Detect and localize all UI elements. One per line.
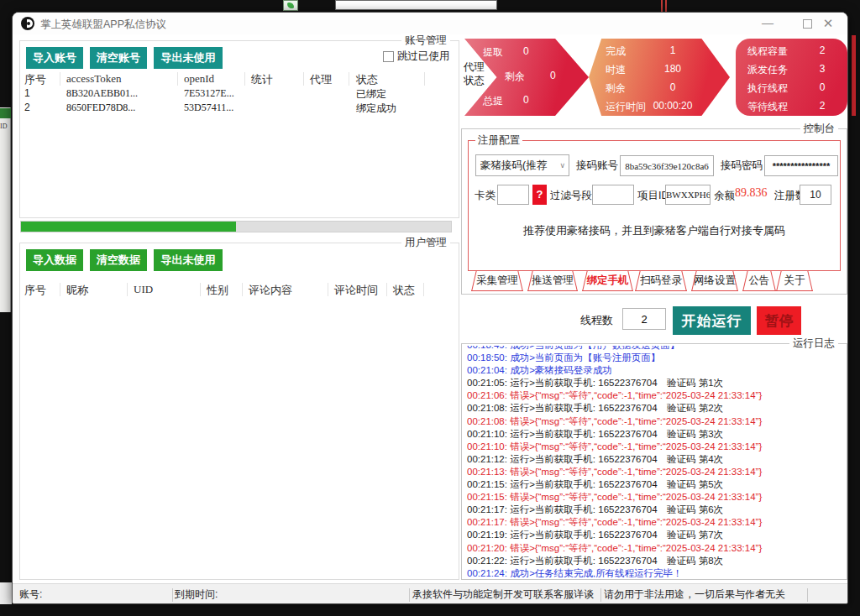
project-id-input[interactable] [665, 185, 711, 205]
user-button-0[interactable]: 导入数据 [26, 249, 83, 271]
maximize-button[interactable] [803, 19, 812, 29]
tab-edge [776, 271, 781, 290]
acc-table-header-1: accessToken [66, 72, 122, 86]
tab-label: 扫码登录 [640, 274, 682, 286]
user-button-2[interactable]: 导出未使用 [154, 249, 223, 271]
tab-公告[interactable]: 公告 [742, 271, 776, 291]
checkbox-box-icon[interactable] [383, 51, 394, 62]
log-line: 00:21:13: 错误>{“msg”:“等待”,“code”:-1,“time… [467, 466, 843, 478]
progress-bar [20, 221, 452, 232]
sms-password-label: 接码密码 [721, 159, 763, 173]
user-panel-label: 用户管理 [401, 236, 450, 249]
stat-value: 3 [811, 63, 833, 75]
log-line: 00:21:04: 成功>豪猪接码登录成功 [467, 364, 843, 377]
background-right-red-stripe [852, 35, 856, 116]
table-cell: 绑定成功 [356, 102, 396, 116]
background-red-line [661, 0, 663, 12]
background-window-fragment [335, 0, 497, 10]
card-type-input[interactable] [497, 185, 529, 205]
register-count-input[interactable] [800, 185, 831, 205]
sms-provider-select[interactable]: 豪猪接码(推荐 ∨ [475, 154, 569, 176]
stat-value: 180 [637, 63, 708, 75]
stat-row: 线程容量2 [736, 44, 847, 58]
statusbar-divider [172, 588, 173, 602]
acc-button-2[interactable]: 导出未使用 [154, 47, 223, 69]
acc-table-header-2: openId [184, 72, 214, 86]
user-table-header-0: 序号 [24, 283, 46, 298]
statusbar-divider [600, 588, 601, 602]
start-run-button[interactable]: 开始运行 [673, 306, 751, 335]
progress-stats-banner: 完成1时速180剩余0运行时间00:00:20 [589, 39, 730, 116]
stat-label: 时速 [606, 63, 626, 77]
tab-网络设置[interactable]: 网络设置 [691, 271, 738, 291]
filter-segment-label: 过滤号段 [550, 189, 592, 203]
skip-used-checkbox[interactable]: 跳过已使用 [383, 50, 450, 64]
acc-button-1[interactable]: 清空账号 [90, 47, 147, 69]
window-title: 掌上英雄联盟APP私信协议 [40, 18, 166, 32]
thread-count-input[interactable] [622, 308, 666, 330]
log-panel: 运行日志 00:18:49: 成功>当前页面为【用户数据发送页面】00:18:5… [461, 343, 847, 580]
column-separator [60, 283, 60, 296]
log-line: 00:21:20: 错误>{“msg”:“等待”,“code”:-1,“time… [467, 542, 843, 555]
stat-row: 时速180 [589, 63, 730, 76]
stat-label: 线程容量 [747, 44, 788, 59]
column-separator [60, 72, 60, 86]
column-separator [349, 72, 349, 86]
stat-value: 0 [523, 94, 529, 106]
user-table-header-4: 评论内容 [249, 283, 292, 298]
table-cell: 8650FED78D8... [66, 102, 135, 114]
stat-value: 1 [637, 44, 708, 56]
pause-button[interactable]: 暂停 [757, 306, 801, 335]
log-line: 00:21:17: 错误>{“msg”:“等待”,“code”:-1,“time… [467, 516, 843, 529]
background-left-window-edge [0, 107, 11, 312]
stat-label: 总提 [483, 94, 503, 108]
tab-扫码登录[interactable]: 扫码登录 [635, 271, 687, 291]
sms-account-input[interactable] [620, 155, 714, 176]
column-separator [303, 72, 304, 86]
stat-value: 2 [811, 100, 833, 112]
stat-row: 执行线程0 [736, 81, 847, 95]
tab-label: 关于 [784, 274, 805, 286]
tab-绑定手机[interactable]: 绑定手机 [582, 271, 633, 291]
log-line: 00:21:10: 运行>当前获取手机: 16522376704 验证码 第3次 [467, 428, 843, 441]
column-separator [328, 283, 328, 296]
balance-value: 89.836 [735, 186, 768, 200]
column-separator [177, 72, 178, 86]
log-line: 00:18:49: 成功>当前页面为【用户数据发送页面】 [467, 346, 843, 352]
log-line: 00:21:08: 错误>{“msg”:“等待”,“code”:-1,“time… [467, 415, 843, 428]
log-line: 00:21:19: 运行>当前获取手机: 16522376704 验证码 第7次 [467, 529, 843, 541]
user-button-1[interactable]: 清空数据 [90, 249, 147, 271]
tab-label: 采集管理 [476, 274, 518, 286]
acc-button-0[interactable]: 导入账号 [26, 47, 83, 69]
stat-value: 2 [811, 44, 833, 56]
tab-采集管理[interactable]: 采集管理 [471, 271, 523, 291]
stat-row: 运行时间00:00:20 [589, 100, 730, 113]
log-line: 00:21:06: 错误>{“msg”:“等待”,“code”:-1,“time… [467, 389, 843, 402]
sms-password-input[interactable] [764, 155, 838, 176]
account-panel-label: 账号管理 [401, 34, 450, 47]
titlebar: 掌上英雄联盟APP私信协议 — ✕ [13, 13, 847, 34]
column-separator [424, 72, 425, 86]
close-button[interactable]: ✕ [815, 16, 841, 31]
tab-推送管理[interactable]: 推送管理 [527, 271, 578, 291]
tab-关于[interactable]: 关于 [776, 271, 813, 291]
log-output[interactable]: 00:18:49: 成功>当前页面为【用户数据发送页面】00:18:50: 成功… [467, 346, 843, 577]
app-window: 掌上英雄联盟APP私信协议 — ✕ 账号管理 跳过已使用 用户管理 代理状态 提… [12, 12, 848, 604]
thread-stats-banner: 线程容量2派发任务3执行线程0等待线程2 [736, 39, 847, 116]
stat-row: 剩余0 [589, 81, 730, 95]
card-type-help-button[interactable]: ? [532, 185, 547, 205]
tab-edge [517, 271, 522, 290]
background-left-green-fragment [0, 108, 11, 118]
stat-label: 执行线程 [747, 81, 788, 96]
log-line: 00:21:10: 错误>{“msg”:“等待”,“code”:-1,“time… [467, 441, 843, 453]
background-bottom-strip [0, 582, 12, 604]
table-cell: 2 [24, 102, 30, 113]
filter-segment-input[interactable] [592, 185, 634, 205]
table-cell: 8B320AEBB01... [66, 87, 138, 100]
background-left-id-text: ID [0, 123, 11, 130]
stat-value: 0 [637, 81, 708, 93]
minimize-button[interactable]: — [755, 16, 780, 29]
tab-edge [807, 271, 812, 290]
stat-label: 剩余 [505, 70, 525, 84]
log-line: 00:21:12: 运行>当前获取手机: 16522376704 验证码 第4次 [467, 453, 843, 466]
